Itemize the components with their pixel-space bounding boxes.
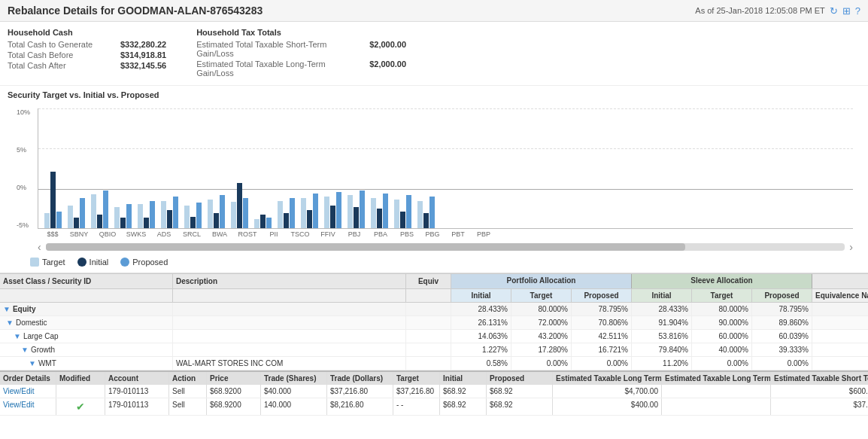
page-header: Rebalance Details for GOODMAN-ALAN-87654… <box>0 0 868 22</box>
oh-price: Price <box>207 372 261 385</box>
th-sleeve-group: Sleeve Allocation <box>632 274 812 288</box>
legend-proposed: Proposed <box>120 258 168 267</box>
bar-group-pba <box>324 148 341 228</box>
th-sub-desc <box>173 289 406 302</box>
oh-initial: Initial <box>440 372 487 385</box>
household-cash-block: Household Cash Total Cash to Generate $3… <box>8 28 166 79</box>
table-section: Asset Class / Security ID Description Eq… <box>0 273 868 370</box>
tax-st-value: $2,000.00 <box>369 40 406 58</box>
legend-initial-color <box>77 258 86 267</box>
household-tax-title: Household Tax Totals <box>196 28 406 37</box>
bar-group-pbs <box>348 148 365 228</box>
y-label-5: 5% <box>17 146 36 154</box>
td-domestic-initial: 26.131% <box>451 316 511 329</box>
bar-group-pbg <box>371 148 388 228</box>
x-label-pba: PBA <box>367 230 394 238</box>
td-equity-target: 80.000% <box>511 303 572 316</box>
or1-modified <box>56 385 105 398</box>
th-sub-asset <box>0 289 173 302</box>
chart-next-icon[interactable]: › <box>849 241 853 253</box>
td-domestic-desc <box>173 316 406 329</box>
th-sub-s-initial: Initial <box>632 289 692 302</box>
legend-initial-label: Initial <box>90 258 109 267</box>
order-row-2: View/Edit ✔ 179-010113 Sell $68.9200 140… <box>0 398 868 416</box>
td-wmt-s-proposed: 0.00% <box>752 357 812 370</box>
td-growth-s-proposed: 39.333% <box>752 343 812 356</box>
help-icon[interactable]: ? <box>855 5 860 17</box>
td-domestic-target: 72.000% <box>511 316 572 329</box>
legend-target: Target <box>30 258 65 267</box>
bar-group-qbio <box>91 148 108 228</box>
td-growth-desc <box>173 343 406 356</box>
td-largecap-label[interactable]: ▼Large Cap <box>0 330 173 343</box>
td-wmt-proposed: 0.00% <box>572 357 632 370</box>
oh-order-details: Order Details <box>0 372 56 385</box>
household-tax-block: Household Tax Totals Estimated Total Tax… <box>196 28 406 79</box>
td-domestic-proposed: 70.806% <box>572 316 632 329</box>
as-of-label: As of 25-Jan-2018 12:05:08 PM ET <box>695 6 824 15</box>
td-domestic-s-target: 90.000% <box>692 316 752 329</box>
order-row-1: View/Edit 179-010113 Sell $68.9200 $40.0… <box>0 385 868 398</box>
td-equity-label[interactable]: ▼Equity <box>0 303 173 316</box>
chart-section: Security Target vs. Initial vs. Proposed… <box>0 86 868 273</box>
or2-dollars: $8,216.80 <box>327 398 393 415</box>
chart-legend: Target Initial Proposed <box>15 255 853 270</box>
or1-link[interactable]: View/Edit <box>0 385 56 398</box>
oh-est-lt-loss: Estimated Taxable Long Term Loss <box>662 372 771 385</box>
oh-est-lt-gain: Estimated Taxable Long Term Gain <box>553 372 662 385</box>
expand-wmt-icon[interactable]: ▼ <box>29 359 36 367</box>
expand-largecap-icon[interactable]: ▼ <box>14 332 21 340</box>
th-sub-proposed: Proposed <box>572 289 632 302</box>
export-icon[interactable]: ⊞ <box>842 5 851 17</box>
cash-after-label: Total Cash After <box>8 61 113 70</box>
th-sub-initial: Initial <box>451 289 511 302</box>
oh-trade-dollars: Trade (Dollars) <box>327 372 393 385</box>
table-header-group: Asset Class / Security ID Description Eq… <box>0 273 868 289</box>
td-largecap-equiv-name <box>812 330 868 343</box>
table-row-equity: ▼Equity 28.433% 80.000% 78.795% 28.433% … <box>0 303 868 316</box>
tax-st-label: Estimated Total Taxable Short-Term Gain/… <box>196 40 362 58</box>
td-equity-s-proposed: 78.795% <box>752 303 812 316</box>
y-label-neg5: -5% <box>17 221 36 229</box>
bar-group-sbny <box>68 148 85 228</box>
td-growth-equiv <box>406 343 451 356</box>
legend-proposed-label: Proposed <box>132 258 168 267</box>
chart-prev-icon[interactable]: ‹ <box>38 241 41 253</box>
or2-link[interactable]: View/Edit <box>0 398 56 415</box>
page-title: Rebalance Details for GOODMAN-ALAN-87654… <box>8 5 263 17</box>
table-row-largecap: ▼Large Cap 14.063% 43.200% 42.511% 53.81… <box>0 330 868 343</box>
td-growth-label[interactable]: ▼Growth <box>0 343 173 356</box>
tax-st-row: Estimated Total Taxable Short-Term Gain/… <box>196 40 406 58</box>
or1-shares: $40.000 <box>261 385 327 398</box>
td-wmt-equiv-name <box>812 357 868 370</box>
household-cash-title: Household Cash <box>8 28 166 37</box>
x-label-pbp: PBP <box>471 230 496 238</box>
td-largecap-s-proposed: 60.039% <box>752 330 812 343</box>
cash-before-value: $314,918.81 <box>120 50 166 59</box>
th-sub-s-target: Target <box>692 289 752 302</box>
table-subheader: Initial Target Proposed Initial Target P… <box>0 289 868 303</box>
x-label-pbj: PBJ <box>341 230 367 238</box>
y-label-0: 0% <box>17 184 36 191</box>
td-wmt-desc: WAL-MART STORES INC COM <box>173 357 406 370</box>
th-portfolio-group: Portfolio Allocation <box>451 274 632 288</box>
td-growth-proposed: 16.721% <box>572 343 632 356</box>
expand-growth-icon[interactable]: ▼ <box>21 346 29 354</box>
x-label-srcl: SRCL <box>178 230 206 238</box>
th-sub-s-proposed: Proposed <box>752 289 812 302</box>
bar-group-rost <box>208 148 225 228</box>
expand-equity-icon[interactable]: ▼ <box>3 305 11 313</box>
bar-group-pbt <box>394 148 411 228</box>
refresh-icon[interactable]: ↻ <box>830 5 838 17</box>
td-largecap-s-target: 60.000% <box>692 330 752 343</box>
table-row-wmt: ▼WMT WAL-MART STORES INC COM 0.58% 0.00%… <box>0 357 868 370</box>
or1-account: 179-010113 <box>105 385 169 398</box>
td-domestic-label[interactable]: ▼Domestic <box>0 316 173 329</box>
expand-domestic-icon[interactable]: ▼ <box>6 319 14 327</box>
td-wmt-s-initial: 11.20% <box>632 357 692 370</box>
tax-lt-label: Estimated Total Taxable Long-Term Gain/L… <box>196 59 362 78</box>
td-wmt-label[interactable]: ▼WMT <box>0 357 173 370</box>
bar-group-srcl <box>161 148 178 228</box>
x-label-pbs: PBS <box>394 230 420 238</box>
table-row-domestic: ▼Domestic 26.131% 72.000% 70.806% 91.904… <box>0 316 868 330</box>
